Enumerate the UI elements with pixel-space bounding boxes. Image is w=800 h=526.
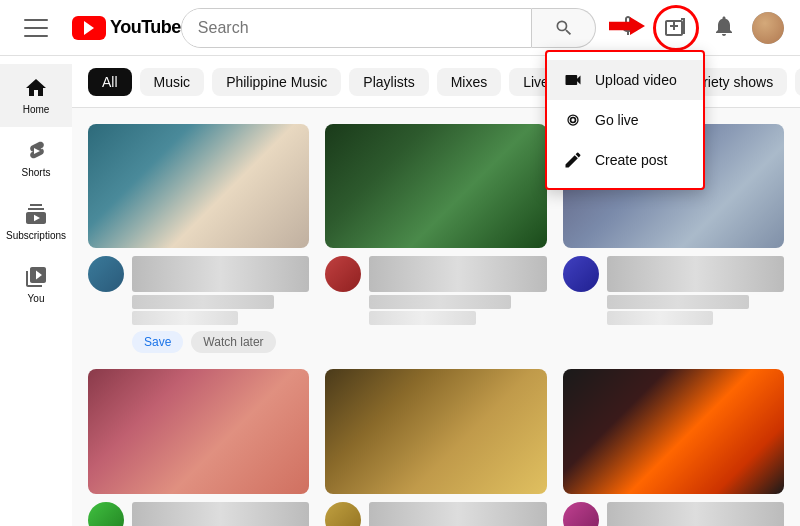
video-meta-1: Save Watch later (88, 256, 309, 353)
logo[interactable]: YouTube (72, 16, 181, 40)
menu-button[interactable] (16, 8, 56, 48)
search-input-wrap (181, 8, 532, 48)
bell-icon (712, 14, 736, 41)
video-stats-1 (132, 311, 238, 325)
video-meta-3 (563, 256, 784, 325)
channel-avatar-2 (325, 256, 361, 292)
search-bar (181, 8, 596, 48)
dropdown-item-go-live[interactable]: Go live (547, 100, 703, 140)
search-input[interactable] (182, 9, 531, 47)
video-card-5[interactable] (325, 369, 546, 526)
video-info-3 (607, 256, 784, 325)
sidebar-home-label: Home (23, 104, 50, 115)
arrow-icon (609, 12, 645, 40)
video-actions-1: Save Watch later (132, 331, 309, 353)
video-info-4 (132, 502, 309, 526)
video-meta-5 (325, 502, 546, 526)
chip-reggae[interactable]: Reggae (795, 68, 800, 96)
sidebar-item-subscriptions[interactable]: Subscriptions (0, 190, 72, 253)
sidebar-item-you[interactable]: You (0, 253, 72, 316)
video-title-5 (369, 502, 546, 526)
video-thumbnail-6 (563, 369, 784, 493)
you-icon (24, 265, 48, 289)
sidebar-subscriptions-label: Subscriptions (6, 230, 66, 241)
upload-video-icon (563, 70, 583, 90)
dropdown-item-create-post[interactable]: Create post (547, 140, 703, 180)
logo-text: YouTube (110, 17, 181, 38)
sidebar-item-home[interactable]: Home (0, 64, 72, 127)
home-icon (24, 76, 48, 100)
action-watchlater-1[interactable]: Watch later (191, 331, 275, 353)
shorts-icon (24, 139, 48, 163)
subscriptions-icon (24, 202, 48, 226)
channel-avatar-1 (88, 256, 124, 292)
video-thumbnail-1 (88, 124, 309, 248)
svg-marker-0 (609, 17, 645, 35)
go-live-label: Go live (595, 112, 639, 128)
video-card-1[interactable]: Save Watch later (88, 124, 309, 353)
chip-mixes[interactable]: Mixes (437, 68, 502, 96)
channel-avatar-4 (88, 502, 124, 526)
avatar-image (752, 12, 784, 44)
create-icon (664, 14, 688, 41)
create-post-icon (563, 150, 583, 170)
youtube-logo-icon (72, 16, 106, 40)
video-title-1 (132, 256, 309, 292)
video-thumbnail-5 (325, 369, 546, 493)
sidebar-shorts-label: Shorts (22, 167, 51, 178)
channel-avatar-3 (563, 256, 599, 292)
chip-all[interactable]: All (88, 68, 132, 96)
video-card-2[interactable] (325, 124, 546, 353)
chip-philippine-music[interactable]: Philippine Music (212, 68, 341, 96)
video-thumbnail-2 (325, 124, 546, 248)
search-button[interactable] (532, 8, 596, 48)
video-channel-1 (132, 295, 274, 309)
notifications-button[interactable] (704, 8, 744, 48)
chip-playlists[interactable]: Playlists (349, 68, 428, 96)
channel-avatar-6 (563, 502, 599, 526)
video-card-4[interactable] (88, 369, 309, 526)
video-channel-3 (607, 295, 749, 309)
video-card-6[interactable] (563, 369, 784, 526)
channel-avatar-5 (325, 502, 361, 526)
avatar[interactable] (752, 12, 784, 44)
sidebar-you-label: You (28, 293, 45, 304)
sidebar-item-shorts[interactable]: Shorts (0, 127, 72, 190)
video-title-2 (369, 256, 546, 292)
header-left: YouTube (16, 8, 181, 48)
action-save-1[interactable]: Save (132, 331, 183, 353)
video-thumbnail-4 (88, 369, 309, 493)
create-button-wrap (656, 8, 696, 48)
video-title-3 (607, 256, 784, 292)
video-meta-6 (563, 502, 784, 526)
video-stats-2 (369, 311, 475, 325)
arrow-indicator (609, 12, 645, 44)
video-title-4 (132, 502, 309, 526)
video-channel-2 (369, 295, 511, 309)
svg-point-1 (571, 118, 576, 123)
video-info-5 (369, 502, 546, 526)
video-info-6 (607, 502, 784, 526)
video-meta-4 (88, 502, 309, 526)
svg-point-2 (568, 115, 578, 125)
go-live-icon (563, 110, 583, 130)
dropdown-item-upload-video[interactable]: Upload video (547, 60, 703, 100)
search-icon (554, 18, 574, 38)
chip-music[interactable]: Music (140, 68, 205, 96)
video-info-2 (369, 256, 546, 325)
create-post-label: Create post (595, 152, 667, 168)
video-info-1: Save Watch later (132, 256, 309, 353)
video-stats-3 (607, 311, 713, 325)
create-dropdown-menu: Upload video Go live Create post (545, 50, 705, 190)
sidebar: Home Shorts Subscriptions You (0, 56, 72, 526)
header-right (608, 8, 784, 48)
header: YouTube (0, 0, 800, 56)
upload-video-label: Upload video (595, 72, 677, 88)
video-title-6 (607, 502, 784, 526)
video-meta-2 (325, 256, 546, 325)
hamburger-icon (24, 16, 48, 40)
create-button[interactable] (656, 8, 696, 48)
